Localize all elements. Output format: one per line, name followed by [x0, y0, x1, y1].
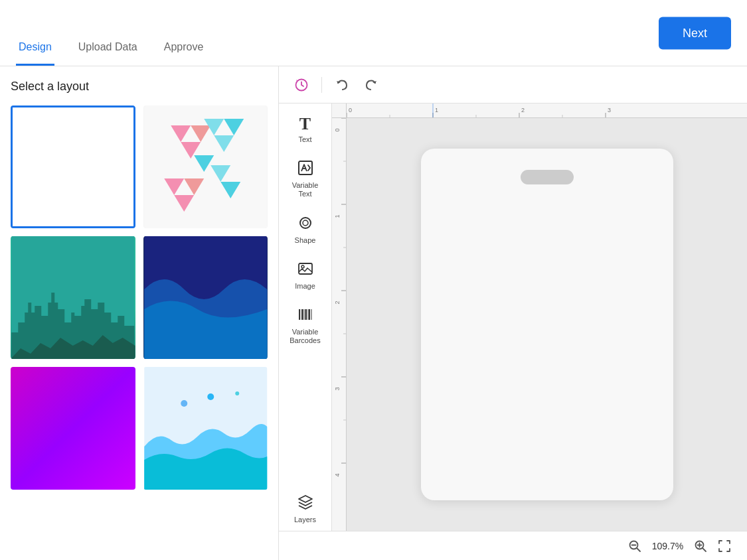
layout-item-teal[interactable]	[11, 236, 135, 359]
svg-text:1: 1	[435, 107, 438, 113]
toolbar-divider	[321, 77, 322, 93]
svg-point-22	[300, 218, 311, 228]
tool-layers-label: Layers	[294, 516, 316, 524]
svg-rect-24	[299, 263, 312, 274]
canvas-container: T Text VariableText	[279, 104, 747, 531]
image-icon	[297, 261, 313, 279]
svg-text:0: 0	[334, 128, 341, 131]
nav-tabs: Design Upload Data Approve	[16, 0, 206, 66]
canvas-workspace[interactable]: 0 1 2 3	[332, 104, 747, 531]
svg-text:0: 0	[349, 107, 352, 113]
svg-point-17	[207, 393, 214, 400]
history-icon	[294, 78, 309, 92]
history-button[interactable]	[290, 73, 313, 97]
svg-text:3: 3	[608, 107, 611, 113]
layout-grid	[11, 105, 268, 490]
barcodes-icon	[297, 307, 313, 325]
tool-shape[interactable]: Shape	[282, 208, 329, 251]
panel-title: Select a layout	[11, 80, 268, 94]
tool-image-label: Image	[295, 282, 315, 291]
svg-line-64	[637, 548, 640, 551]
zoom-level: 109.7%	[649, 541, 686, 551]
badge-card[interactable]	[421, 149, 673, 500]
badge-slot	[521, 170, 574, 184]
text-icon: T	[299, 115, 311, 133]
bottom-bar: 109.7%	[279, 531, 747, 560]
svg-point-25	[301, 265, 304, 268]
fullscreen-icon	[718, 539, 731, 553]
ruler-corner	[332, 104, 347, 118]
main-content: Select a layout	[0, 66, 747, 560]
svg-point-16	[181, 400, 187, 407]
tab-design[interactable]: Design	[16, 0, 54, 66]
tool-text[interactable]: T Text	[282, 109, 329, 151]
layout-item-navy[interactable]	[143, 236, 268, 359]
right-panel: T Text VariableText	[279, 66, 747, 560]
zoom-out-icon	[628, 539, 641, 553]
svg-text:2: 2	[334, 301, 341, 304]
canvas-inner[interactable]	[347, 118, 747, 531]
svg-rect-34	[347, 104, 747, 118]
tool-barcodes-label: VariableBarcodes	[290, 328, 320, 345]
tool-variable-text-label: VariableText	[292, 181, 319, 198]
header: Design Upload Data Approve Next	[0, 0, 747, 66]
zoom-out-button[interactable]	[625, 537, 644, 555]
ruler-horizontal: 0 1 2 3	[347, 104, 747, 118]
layout-item-blank[interactable]	[11, 105, 135, 228]
svg-text:1: 1	[334, 214, 341, 218]
layout-item-triangles[interactable]	[143, 105, 268, 228]
tab-approve[interactable]: Approve	[161, 0, 207, 66]
shape-icon	[297, 215, 313, 234]
redo-icon	[364, 78, 378, 92]
tool-layers[interactable]: Layers	[282, 488, 329, 531]
svg-point-23	[303, 220, 308, 226]
svg-point-18	[235, 391, 239, 395]
tool-shape-label: Shape	[295, 236, 316, 245]
tool-image[interactable]: Image	[282, 254, 329, 297]
redo-button[interactable]	[359, 73, 383, 97]
svg-text:2: 2	[521, 107, 525, 113]
svg-line-68	[703, 548, 706, 551]
undo-icon	[335, 78, 349, 92]
layout-item-purple[interactable]	[11, 367, 135, 490]
layers-icon	[297, 494, 313, 513]
left-panel: Select a layout	[0, 66, 279, 560]
ruler-vertical: 0 1 2 3 4	[332, 118, 347, 531]
tab-upload-data[interactable]: Upload Data	[76, 0, 140, 66]
zoom-in-icon	[694, 539, 707, 553]
svg-rect-47	[332, 118, 347, 531]
tool-variable-text[interactable]: VariableText	[282, 153, 329, 205]
toolbar	[279, 66, 747, 104]
variable-text-icon	[297, 160, 313, 178]
zoom-in-button[interactable]	[691, 537, 710, 555]
fullscreen-button[interactable]	[715, 537, 734, 555]
side-tools: T Text VariableText	[279, 104, 332, 531]
svg-text:3: 3	[334, 387, 341, 390]
tool-text-label: Text	[298, 135, 311, 144]
tool-variable-barcodes[interactable]: VariableBarcodes	[282, 300, 329, 352]
undo-button[interactable]	[330, 73, 354, 97]
next-button[interactable]: Next	[659, 17, 731, 49]
svg-text:4: 4	[334, 473, 341, 476]
layout-item-wave[interactable]	[143, 367, 268, 490]
